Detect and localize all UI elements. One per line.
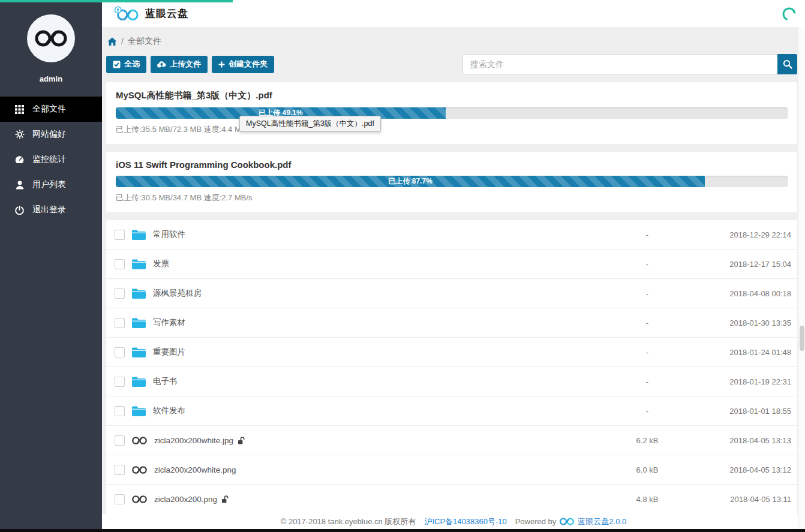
file-logo-icon [131, 495, 148, 504]
upload-file-button[interactable]: 上传文件 [151, 56, 208, 73]
file-name[interactable]: 常用软件 [153, 229, 185, 240]
footer: © 2017-2018 tank.eyeblue.cn 版权所有 沪ICP备14… [102, 514, 805, 529]
unlock-icon [238, 437, 245, 444]
check-square-icon [113, 61, 121, 68]
folder-icon [131, 376, 146, 387]
table-row[interactable]: 重要图片 - 2018-01-24 01:48 [106, 338, 797, 367]
scrollbar-thumb[interactable] [800, 326, 804, 351]
search-button[interactable] [777, 54, 797, 74]
search-input[interactable] [462, 54, 777, 74]
row-checkbox[interactable] [115, 465, 125, 475]
file-logo-icon [131, 465, 148, 474]
user-icon [14, 180, 25, 190]
table-row[interactable]: 软件发布 - 2018-01-01 18:55 [106, 396, 797, 426]
upload-info: 已上传:35.5 MB/72.3 MB 速度:4.4 MB/s [116, 124, 788, 135]
file-size: - [602, 348, 692, 357]
table-row[interactable]: zicla200x200white.png 6.0 kB 2018-04-05 … [106, 455, 797, 485]
footer-logo-icon [559, 517, 575, 526]
progress-track: 已上传 49.1% [116, 107, 788, 119]
create-folder-button[interactable]: 创建文件夹 [212, 56, 274, 73]
sidebar-item-label: 全部文件 [32, 104, 66, 115]
app-logo-icon[interactable] [114, 6, 139, 22]
grid-icon [14, 104, 25, 115]
file-size: - [602, 260, 692, 269]
upload-filename: iOS 11 Swift Programming Cookbook.pdf [116, 160, 788, 170]
sidebar-item-logout[interactable]: 退出登录 [0, 197, 102, 223]
home-icon[interactable] [107, 37, 117, 46]
sidebar-item-monitoring[interactable]: 监控统计 [0, 147, 102, 172]
file-logo-icon [131, 436, 148, 445]
file-name[interactable]: 写作素材 [153, 317, 185, 328]
upload-file-label: 上传文件 [170, 59, 201, 70]
file-name[interactable]: 重要图片 [153, 347, 185, 357]
table-row[interactable]: 源枫景苑租房 - 2018-04-08 00:18 [106, 279, 797, 308]
icp-link[interactable]: 沪ICP备14038360号-10 [424, 516, 506, 527]
file-name[interactable]: zicla200x200.png [154, 495, 217, 504]
sidebar: admin 全部文件 [0, 0, 102, 532]
unlock-icon [221, 495, 229, 503]
row-checkbox[interactable] [115, 230, 125, 240]
file-name[interactable]: zicla200x200white.png [154, 465, 236, 474]
progress-label: 已上传 87.7% [388, 176, 432, 187]
username: admin [0, 74, 102, 83]
file-size: 6.0 kB [602, 465, 692, 474]
file-size: - [602, 318, 692, 327]
file-name[interactable]: zicla200x200white.jpg [154, 436, 233, 445]
file-size: - [602, 230, 692, 239]
table-row[interactable]: zicla200x200white.jpg 6.2 kB 2018-04-05 … [106, 426, 797, 455]
row-checkbox[interactable] [115, 259, 125, 269]
breadcrumb-current[interactable]: 全部文件 [128, 36, 161, 47]
file-name[interactable]: 发票 [153, 259, 169, 269]
scrollbar[interactable] [798, 27, 805, 529]
upload-card: MySQL高性能书籍_第3版（中文）.pdf 已上传 49.1% 已上传:35.… [106, 82, 797, 144]
file-name[interactable]: 电子书 [153, 376, 178, 387]
row-checkbox[interactable] [115, 347, 125, 357]
breadcrumb: / 全部文件 [106, 27, 797, 54]
table-row[interactable]: 写作素材 - 2018-01-30 13:35 [106, 308, 797, 338]
header: 蓝眼云盘 [102, 0, 805, 27]
folder-icon [131, 288, 146, 299]
file-size: - [602, 407, 692, 416]
search-bar [462, 54, 797, 74]
row-checkbox[interactable] [115, 377, 125, 387]
avatar[interactable] [27, 14, 75, 62]
sidebar-item-label: 监控统计 [32, 154, 66, 165]
brand-version-link[interactable]: 蓝眼云盘2.0.0 [578, 516, 626, 527]
progress-fill: 已上传 87.7% [116, 176, 705, 187]
file-name[interactable]: 源枫景苑租房 [153, 288, 202, 299]
power-icon [14, 205, 25, 215]
table-row[interactable]: zicla200x200.png 4.8 kB 2018-04-05 13:11 [106, 485, 797, 514]
file-date: 2018-04-05 13:13 [692, 436, 791, 445]
sidebar-item-users[interactable]: 用户列表 [0, 172, 102, 197]
file-date: 2018-01-24 01:48 [692, 348, 791, 357]
select-all-button[interactable]: 全选 [106, 56, 146, 73]
breadcrumb-separator: / [121, 37, 124, 46]
search-icon [783, 59, 792, 69]
folder-icon [131, 347, 146, 358]
file-date: 2018-12-29 22:14 [692, 230, 791, 239]
row-checkbox[interactable] [115, 288, 125, 299]
folder-icon [131, 317, 146, 329]
page-loading-bar [0, 0, 233, 2]
file-date: 2018-04-05 13:11 [692, 495, 791, 504]
file-size: 6.2 kB [602, 436, 692, 445]
table-row[interactable]: 电子书 - 2018-01-19 22:31 [106, 367, 797, 396]
upload-info: 已上传:30.5 MB/34.7 MB 速度:2.7 MB/s [116, 193, 788, 203]
row-checkbox[interactable] [115, 494, 125, 504]
upload-filename: MySQL高性能书籍_第3版（中文）.pdf [116, 90, 788, 101]
file-name[interactable]: 软件发布 [153, 405, 185, 416]
main-content: / 全部文件 全选 上传文件 [102, 27, 805, 529]
table-row[interactable]: 常用软件 - 2018-12-29 22:14 [106, 220, 797, 250]
copyright-text: © 2017-2018 tank.eyeblue.cn 版权所有 [281, 516, 416, 527]
gauge-icon [14, 155, 25, 165]
row-checkbox[interactable] [115, 406, 125, 416]
sidebar-item-preferences[interactable]: 网站偏好 [0, 122, 102, 147]
brand-infinity-logo [34, 28, 68, 49]
folder-icon [131, 229, 146, 241]
row-checkbox[interactable] [115, 318, 125, 328]
sidebar-item-label: 用户列表 [32, 179, 66, 190]
sidebar-item-all-files[interactable]: 全部文件 [0, 97, 102, 122]
row-checkbox[interactable] [115, 435, 125, 446]
table-row[interactable]: 发票 - 2018-12-17 15:04 [106, 250, 797, 279]
sidebar-item-label: 网站偏好 [32, 129, 66, 140]
